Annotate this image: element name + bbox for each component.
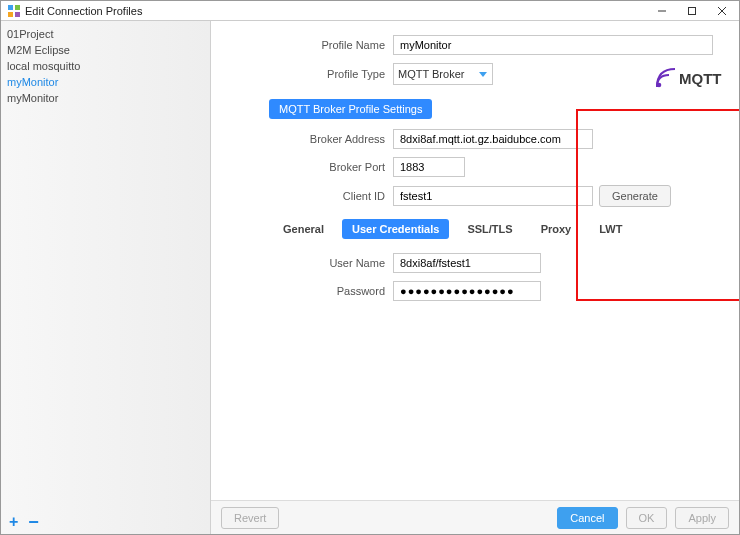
profile-type-label: Profile Type (223, 68, 393, 80)
generate-button[interactable]: Generate (599, 185, 671, 207)
profile-list: 01Project M2M Eclipse local mosquitto my… (1, 21, 210, 510)
remove-profile-button[interactable]: − (28, 518, 39, 526)
tab-proxy[interactable]: Proxy (531, 219, 582, 239)
svg-text:MQTT: MQTT (679, 70, 722, 87)
svg-point-9 (657, 83, 662, 88)
add-profile-button[interactable]: + (9, 513, 18, 531)
window-controls (647, 1, 737, 21)
mqtt-logo: MQTT (655, 67, 727, 91)
close-button[interactable] (707, 1, 737, 21)
main: Profile Name Profile Type MQTT Broker (211, 21, 739, 534)
username-input[interactable] (393, 253, 541, 273)
tabs: General User Credentials SSL/TLS Proxy L… (273, 219, 727, 239)
apply-button[interactable]: Apply (675, 507, 729, 529)
window: Edit Connection Profiles 01Project M2M E… (0, 0, 740, 535)
window-title: Edit Connection Profiles (25, 5, 647, 17)
ok-button[interactable]: OK (626, 507, 668, 529)
tab-ssl-tls[interactable]: SSL/TLS (457, 219, 522, 239)
app-icon (7, 4, 21, 18)
tab-general[interactable]: General (273, 219, 334, 239)
svg-rect-3 (15, 12, 20, 17)
profile-type-select-wrap: MQTT Broker (393, 63, 493, 85)
broker-address-input[interactable] (393, 129, 593, 149)
username-label: User Name (223, 257, 393, 269)
sidebar: 01Project M2M Eclipse local mosquitto my… (1, 21, 211, 534)
cancel-button[interactable]: Cancel (557, 507, 617, 529)
password-label: Password (223, 285, 393, 297)
profile-item[interactable]: myMonitor (1, 89, 210, 105)
profile-name-label: Profile Name (223, 39, 393, 51)
body: 01Project M2M Eclipse local mosquitto my… (1, 21, 739, 534)
profile-item[interactable]: M2M Eclipse (1, 41, 210, 57)
svg-rect-1 (15, 5, 20, 10)
profile-type-select[interactable]: MQTT Broker (393, 63, 493, 85)
section-title: MQTT Broker Profile Settings (269, 99, 432, 119)
profile-item[interactable]: local mosquitto (1, 57, 210, 73)
client-id-input[interactable] (393, 186, 593, 206)
client-id-label: Client ID (223, 190, 393, 202)
profile-name-input[interactable] (393, 35, 713, 55)
sidebar-toolbar: + − (1, 510, 210, 534)
broker-port-label: Broker Port (223, 161, 393, 173)
svg-rect-0 (8, 5, 13, 10)
broker-port-input[interactable] (393, 157, 465, 177)
svg-rect-5 (689, 7, 696, 14)
titlebar: Edit Connection Profiles (1, 1, 739, 21)
svg-rect-2 (8, 12, 13, 17)
profile-item[interactable]: 01Project (1, 25, 210, 41)
password-input[interactable] (393, 281, 541, 301)
profile-item[interactable]: myMonitor (1, 73, 210, 89)
tab-user-credentials[interactable]: User Credentials (342, 219, 449, 239)
minimize-button[interactable] (647, 1, 677, 21)
revert-button[interactable]: Revert (221, 507, 279, 529)
content: Profile Name Profile Type MQTT Broker (211, 21, 739, 500)
footer: Revert Cancel OK Apply (211, 500, 739, 534)
maximize-button[interactable] (677, 1, 707, 21)
broker-address-label: Broker Address (223, 133, 393, 145)
tab-lwt[interactable]: LWT (589, 219, 632, 239)
